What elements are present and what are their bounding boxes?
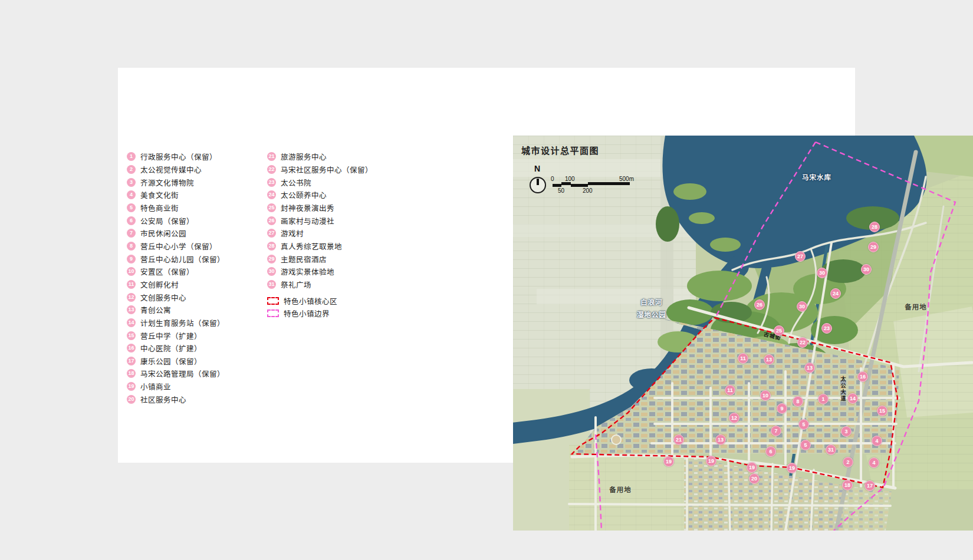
map-marker-19: 19 — [787, 463, 797, 473]
legend-item-label: 营丘中心幼儿园（保留） — [140, 253, 225, 265]
legend-item-label: 真人秀综艺取景地 — [281, 241, 342, 252]
legend-item-label: 文创服务中心 — [140, 292, 186, 303]
master-plan-map: 城市设计总平面图 N 0 100 500m 50 200 马宋水库 白浪河 湿地… — [513, 136, 973, 531]
legend-item-label: 美食文化街 — [140, 189, 179, 200]
legend-item-label: 马宋公路管理局（保留） — [140, 368, 225, 379]
map-marker-8: 8 — [793, 396, 803, 407]
legend-item-label: 特色商业街 — [140, 202, 179, 213]
map-marker-7: 7 — [771, 426, 781, 436]
map-marker-10: 10 — [760, 390, 771, 401]
legend-item-4: 4美食文化街 — [127, 189, 265, 202]
map-marker-2: 2 — [843, 457, 853, 467]
legend-number-badge: 21 — [267, 152, 276, 161]
legend-item-11: 11文创孵化村 — [127, 278, 265, 291]
legend-item-label: 画家村与动漫社 — [281, 215, 334, 226]
legend-item-13: 13青创公寓 — [127, 304, 265, 317]
scale-50: 50 — [558, 187, 564, 194]
map-marker-13: 13 — [715, 434, 726, 445]
legend-item-label: 营丘中学（扩建） — [140, 330, 202, 341]
legend-item-8: 8营丘中心小学（保留） — [127, 240, 265, 253]
scale-0: 0 — [551, 176, 554, 182]
map-marker-18: 18 — [842, 480, 853, 490]
map-marker-17: 17 — [864, 480, 875, 491]
legend-boundary-label: 特色小镇核心区 — [284, 295, 337, 307]
map-marker-29: 29 — [868, 242, 879, 252]
map-marker-6: 6 — [765, 446, 776, 457]
legend-number-badge: 30 — [267, 267, 276, 276]
legend-item-label: 计划生育服务站（保留） — [140, 317, 225, 328]
legend-item-28: 28真人秀综艺取景地 — [267, 240, 406, 253]
legend-number-badge: 26 — [267, 216, 276, 225]
legend-item-16: 16中心医院（扩建） — [127, 342, 265, 355]
map-marker-12: 12 — [729, 413, 739, 423]
legend-item-label: 封神夜景演出秀 — [281, 202, 334, 213]
label-reserved-right: 备用地 — [905, 302, 927, 311]
legend-item-26: 26画家村与动漫社 — [267, 214, 406, 227]
map-marker-19: 19 — [706, 456, 716, 466]
legend-item-label: 文创孵化村 — [140, 279, 179, 290]
legend-number-badge: 23 — [267, 178, 276, 187]
legend-item-label: 太公颐养中心 — [281, 189, 327, 200]
scale-bar: 0 100 500m 50 200 — [547, 171, 642, 197]
map-title: 城市设计总平面图 — [521, 144, 599, 156]
legend-item-label: 太公书院 — [281, 177, 311, 188]
legend-number-badge: 1 — [127, 152, 136, 161]
scale-100: 100 — [565, 176, 575, 182]
legend-number-badge: 17 — [127, 357, 136, 365]
edge-boundary-swatch-icon — [267, 309, 279, 317]
map-marker-11: 11 — [738, 353, 748, 364]
legend-item-18: 18马宋公路管理局（保留） — [127, 367, 265, 380]
legend-number-badge: 6 — [127, 216, 136, 225]
map-marker-30: 30 — [861, 264, 872, 275]
map-marker-4: 4 — [872, 436, 882, 446]
legend-item-10: 10安置区（保留） — [127, 265, 265, 278]
label-reserved-left: 备用地 — [609, 485, 632, 494]
legend-number-badge: 2 — [127, 165, 136, 174]
legend-boundary-label: 特色小镇边界 — [284, 308, 330, 319]
map-marker-14: 14 — [847, 393, 858, 404]
legend-item-15: 15营丘中学（扩建） — [127, 329, 265, 342]
north-label: N — [534, 164, 540, 173]
legend-boundary-edge: 特色小镇边界 — [267, 307, 406, 320]
core-boundary-swatch-icon — [267, 297, 279, 305]
scale-200: 200 — [583, 187, 593, 194]
legend-number-badge: 13 — [127, 305, 136, 314]
label-reservoir: 马宋水库 — [802, 172, 831, 182]
legend-number-badge: 8 — [127, 242, 136, 251]
legend-number-badge: 9 — [127, 255, 136, 263]
legend-number-badge: 3 — [127, 178, 136, 187]
map-marker-30: 30 — [817, 268, 827, 278]
legend-item-label: 康乐公园（保留） — [140, 355, 202, 367]
map-marker-5: 5 — [800, 440, 811, 450]
legend-item-7: 7市民休闲公园 — [127, 227, 265, 240]
legend-column-2: 21旅游服务中心22马宋社区服务中心（保留）23太公书院24太公颐养中心25封神… — [267, 150, 406, 320]
legend-item-22: 22马宋社区服务中心（保留） — [267, 163, 406, 176]
north-arrow-icon — [530, 177, 546, 193]
plan-sheet: 1行政服务中心（保留）2太公视觉传媒中心3齐源文化博物院4美食文化街5特色商业街… — [118, 68, 855, 463]
map-marker-19: 19 — [747, 462, 757, 473]
legend-item-24: 24太公颐养中心 — [267, 189, 406, 202]
legend-item-1: 1行政服务中心（保留） — [127, 150, 265, 163]
legend-number-badge: 27 — [267, 229, 276, 238]
map-marker-20: 20 — [749, 473, 760, 484]
legend-item-17: 17康乐公园（保留） — [127, 355, 265, 368]
legend-item-20: 20社区服务中心 — [127, 393, 265, 406]
map-marker-19: 19 — [663, 456, 674, 467]
legend-number-badge: 15 — [127, 331, 136, 340]
map-marker-26: 26 — [754, 299, 765, 310]
legend-item-label: 市民休闲公园 — [140, 228, 186, 239]
legend-number-badge: 18 — [127, 369, 136, 378]
legend-item-14: 14计划生育服务站（保留） — [127, 317, 265, 330]
legend-number-badge: 31 — [267, 280, 276, 289]
legend-item-label: 安置区（保留） — [140, 266, 194, 277]
map-marker-25: 25 — [774, 325, 784, 336]
label-wetland-2: 湿地公园 — [637, 309, 666, 319]
legend-item-label: 行政服务中心（保留） — [140, 151, 217, 162]
legend-item-label: 游戏村 — [281, 228, 304, 239]
legend-number-badge: 16 — [127, 344, 136, 353]
label-road-taigong: 太公大道 — [840, 376, 847, 402]
map-marker-4: 4 — [869, 457, 879, 468]
map-marker-1: 1 — [818, 394, 829, 404]
legend-number-badge: 7 — [127, 229, 136, 238]
legend-number-badge: 28 — [267, 242, 276, 251]
